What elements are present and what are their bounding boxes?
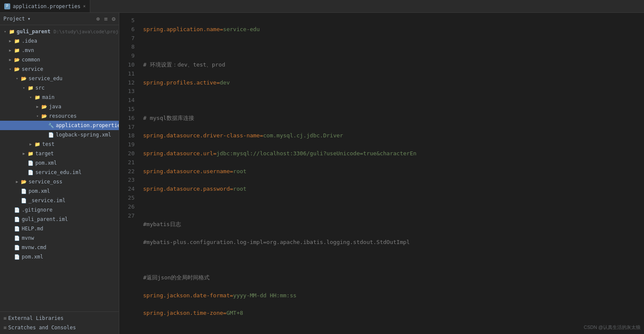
tree-item-service-oss[interactable]: ▶ 📂 service_oss xyxy=(0,177,119,186)
tree-icon-resources: 📂 xyxy=(41,113,48,119)
tree-label-pom-edu: pom.xml xyxy=(35,160,57,166)
code-line-18 xyxy=(143,256,644,265)
code-line-16: #mybatis日志 xyxy=(143,220,644,229)
tree-label-mvnw: mvnw xyxy=(22,235,34,241)
tree-item-help-md[interactable]: ▶ 📄 HELP.md xyxy=(0,224,119,233)
code-line-11: spring.datasource.driver-class-name=com.… xyxy=(143,131,644,140)
tree-item-service-edu-iml[interactable]: ▶ 📄 service_edu.iml xyxy=(0,168,119,177)
tree-icon-pom-root: 📄 xyxy=(14,253,20,260)
tree-arrow-test: ▶ xyxy=(27,141,34,148)
code-area: 5 6 7 8 9 10 11 12 13 14 15 16 17 18 19 … xyxy=(119,13,644,334)
tree-icon-mvnw-cmd: 📄 xyxy=(14,244,20,251)
tree-item-test[interactable]: ▶ 📁 test xyxy=(0,139,119,149)
tree-item-guli-parent-iml[interactable]: ▶ 📄 guli_parent.iml xyxy=(0,215,119,224)
tree-icon-idea: 📁 xyxy=(14,38,20,44)
tree-item-pom-root[interactable]: ▶ 📄 pom.xml xyxy=(0,252,119,261)
tree-label-common: common xyxy=(22,57,40,63)
tree-arrow-service-oss: ▶ xyxy=(14,178,20,185)
tree-icon-pom-edu: 📄 xyxy=(27,160,34,166)
tree-label-service-edu-iml: service_edu.iml xyxy=(35,169,81,175)
tree-icon-app-prop: 🔧 xyxy=(48,122,55,129)
tree-label-java: java xyxy=(49,104,61,110)
tree-icon-java: 📂 xyxy=(41,103,48,110)
tab-bar: P application.properties × xyxy=(0,0,644,13)
code-line-19: #返回json的全局时间格式 xyxy=(143,273,644,282)
sidebar-action-settings[interactable]: ⚙ xyxy=(112,15,115,22)
sidebar-item-external-libraries[interactable]: ≡ External Libraries xyxy=(0,314,119,323)
tree-icon-service-oss: 📂 xyxy=(20,178,27,185)
tree-icon-target: 📁 xyxy=(27,150,34,157)
tree-icon-logback: 📄 xyxy=(48,131,55,138)
tree-item-main[interactable]: ▾ 📁 main xyxy=(0,93,119,102)
code-line-6 xyxy=(143,43,644,52)
sidebar-action-locate[interactable]: ⊕ xyxy=(96,15,100,22)
tab-application-properties[interactable]: P application.properties × xyxy=(0,0,90,12)
tree-item-service-edu[interactable]: ▾ 📂 service_edu xyxy=(0,74,119,83)
scratches-label: Scratches and Consoles xyxy=(8,325,76,331)
tree-icon-service-edu-iml: 📄 xyxy=(27,169,34,176)
tree-label-app-prop: application.properties xyxy=(56,122,119,128)
tree-item-root[interactable]: ▾ 📁 guli_parent D:\study\java\code\proje… xyxy=(0,27,119,36)
sidebar-item-scratches[interactable]: ≡ Scratches and Consoles xyxy=(0,323,119,332)
tree-icon-root: 📁 xyxy=(9,28,15,35)
sidebar: Project ▾ ⊕ ≡ ⚙ ▾ 📁 guli_parent D:\study… xyxy=(0,13,119,334)
tree-arrow-idea: ▶ xyxy=(7,38,14,44)
tree-label-test: test xyxy=(42,141,55,147)
tree-item-gitignore[interactable]: ▶ 📄 .gitignore xyxy=(0,205,119,215)
tree-label-logback: logback-spring.xml xyxy=(56,132,111,138)
code-line-13: spring.datasource.username=root xyxy=(143,167,644,176)
tree-item-target[interactable]: ▶ 📁 target xyxy=(0,149,119,158)
tree-item-mvn[interactable]: ▶ 📁 .mvn xyxy=(0,46,119,55)
tree-label-pom-root: pom.xml xyxy=(22,254,43,260)
tree-item-java[interactable]: ▶ 📂 java xyxy=(0,102,119,111)
tree-arrow-mvn: ▶ xyxy=(7,47,14,54)
tree-label-mvnw-cmd: mvnw.cmd xyxy=(22,244,46,250)
tab-close-button[interactable]: × xyxy=(83,4,86,9)
tree-icon-main: 📁 xyxy=(34,94,41,101)
tree-item-src[interactable]: ▾ 📁 src xyxy=(0,83,119,93)
sidebar-title: Project xyxy=(3,16,25,22)
tree-item-application-properties[interactable]: ▶ 🔧 application.properties xyxy=(0,121,119,130)
tree-icon-service-iml: 📄 xyxy=(20,197,27,204)
tree-icon-pom-service: 📄 xyxy=(20,188,27,195)
tree-icon-common: 📂 xyxy=(14,56,20,63)
tree-arrow-java: ▶ xyxy=(34,103,41,110)
tree-item-mvnw-cmd[interactable]: ▶ 📄 mvnw.cmd xyxy=(0,243,119,252)
tree-label-service-edu: service_edu xyxy=(29,76,62,81)
tree-item-service-iml[interactable]: ▶ 📄 _service.iml xyxy=(0,196,119,205)
tree-arrow-root: ▾ xyxy=(2,28,9,35)
tree-label-root: guli_parent D:\study\java\code\project\g… xyxy=(17,29,119,35)
tree-label-pom-service: pom.xml xyxy=(29,188,50,194)
code-line-8: spring.profiles.active=dev xyxy=(143,78,644,87)
code-content[interactable]: spring.application.name=service-edu # 环境… xyxy=(140,13,644,334)
code-line-5: spring.application.name=service-edu xyxy=(143,25,644,34)
tab-label: application.properties xyxy=(13,3,80,9)
scratches-icon: ≡ xyxy=(3,325,6,331)
tree-item-resources[interactable]: ▾ 📂 resources xyxy=(0,111,119,121)
tree-item-pom-edu[interactable]: ▶ 📄 pom.xml xyxy=(0,158,119,168)
tab-file-icon: P xyxy=(4,3,10,9)
tree-item-logback[interactable]: ▶ 📄 logback-spring.xml xyxy=(0,130,119,139)
code-line-20: spring.jackson.date-format=yyyy-MM-dd HH… xyxy=(143,291,644,300)
tree-label-service-oss: service_oss xyxy=(29,179,62,185)
tree-item-common[interactable]: ▶ 📂 common xyxy=(0,55,119,64)
tree-icon-mvnw: 📄 xyxy=(14,235,20,241)
tree-icon-guli-parent-iml: 📄 xyxy=(14,216,20,223)
tree-label-gitignore: .gitignore xyxy=(22,207,52,213)
tree-item-mvnw[interactable]: ▶ 📄 mvnw xyxy=(0,233,119,243)
tree-item-idea[interactable]: ▶ 📁 .idea xyxy=(0,36,119,46)
tree-label-mvn: .mvn xyxy=(22,47,34,53)
tree-arrow-service-edu: ▾ xyxy=(14,75,20,82)
tree-arrow-common: ▶ xyxy=(7,56,14,63)
tree-label-resources: resources xyxy=(49,113,77,119)
dropdown-icon[interactable]: ▾ xyxy=(28,16,31,22)
external-libraries-label: External Libraries xyxy=(8,315,63,321)
sidebar-action-collapse[interactable]: ≡ xyxy=(104,15,107,22)
code-line-21: spring.jackson.time-zone=GMT+8 xyxy=(143,309,644,318)
tree-item-service[interactable]: ▾ 📂 service xyxy=(0,64,119,74)
tree-item-pom-service[interactable]: ▶ 📄 pom.xml xyxy=(0,186,119,196)
tree-label-idea: .idea xyxy=(22,38,37,44)
tree-label-service: service xyxy=(22,66,43,72)
tree-icon-service-edu: 📂 xyxy=(20,75,27,82)
sidebar-bottom: ≡ External Libraries ≡ Scratches and Con… xyxy=(0,311,119,334)
